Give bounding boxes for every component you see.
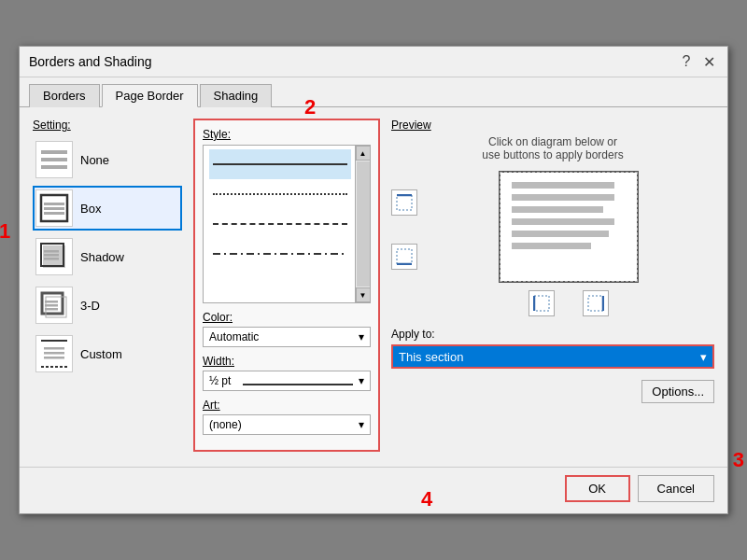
style-line-dotted[interactable] bbox=[209, 179, 351, 209]
svg-rect-0 bbox=[41, 150, 67, 154]
preview-bottom-buttons bbox=[423, 290, 714, 316]
style-line-dashdot[interactable] bbox=[209, 239, 351, 269]
svg-rect-2 bbox=[41, 165, 67, 169]
setting-custom[interactable]: Custom bbox=[33, 331, 182, 376]
svg-rect-24 bbox=[397, 249, 412, 264]
tab-page-border[interactable]: Page Border bbox=[102, 84, 198, 107]
color-dropdown-arrow: ▾ bbox=[359, 330, 364, 343]
setting-name-custom: Custom bbox=[80, 347, 122, 361]
setting-icon-custom bbox=[35, 335, 73, 372]
help-button[interactable]: ? bbox=[677, 52, 696, 71]
preview-left-buttons bbox=[391, 171, 417, 316]
width-section: Width: ½ pt ▾ bbox=[203, 355, 371, 391]
style-line-solid[interactable] bbox=[209, 149, 351, 179]
width-select-row: ½ pt ▾ bbox=[203, 371, 371, 391]
svg-rect-11 bbox=[44, 258, 59, 260]
apply-to-select[interactable]: This section ▾ bbox=[391, 344, 714, 369]
options-button[interactable]: Options... bbox=[641, 380, 714, 403]
svg-rect-20 bbox=[44, 352, 64, 355]
svg-rect-19 bbox=[44, 347, 64, 350]
color-select[interactable]: Automatic ▾ bbox=[203, 327, 371, 347]
bottom-bar: OK Cancel bbox=[20, 467, 727, 513]
style-line-dashed[interactable] bbox=[209, 209, 351, 239]
apply-to-label: Apply to: bbox=[391, 328, 714, 341]
style-label: Style: bbox=[203, 128, 371, 141]
settings-panel: Setting: None bbox=[33, 119, 182, 452]
preview-left-border-btn[interactable] bbox=[529, 290, 555, 316]
svg-rect-9 bbox=[44, 250, 59, 253]
color-select-row: Automatic ▾ bbox=[203, 327, 371, 347]
width-select[interactable]: ½ pt ▾ bbox=[203, 371, 371, 391]
style-list[interactable]: ▲ ▼ bbox=[203, 145, 371, 303]
width-label: Width: bbox=[203, 355, 371, 368]
setting-none[interactable]: None bbox=[33, 137, 182, 182]
svg-rect-5 bbox=[44, 207, 64, 210]
width-dropdown-arrow: ▾ bbox=[359, 374, 364, 387]
annotation-3: 3 bbox=[733, 448, 744, 472]
preview-description: Click on diagram below oruse buttons to … bbox=[391, 135, 714, 161]
preview-label: Preview bbox=[391, 119, 714, 132]
settings-label: Setting: bbox=[33, 119, 182, 132]
tab-shading[interactable]: Shading bbox=[200, 84, 273, 107]
art-section: Art: (none) ▾ bbox=[203, 399, 371, 435]
style-panel: Style: ▲ bbox=[193, 119, 380, 452]
annotation-1: 1 bbox=[0, 219, 10, 244]
art-select[interactable]: (none) ▾ bbox=[203, 414, 371, 435]
svg-rect-14 bbox=[45, 301, 58, 303]
title-controls: ? ✕ bbox=[677, 52, 718, 71]
preview-top-border-btn[interactable] bbox=[391, 189, 417, 216]
svg-rect-10 bbox=[44, 254, 59, 257]
setting-icon-box bbox=[35, 189, 73, 227]
svg-rect-15 bbox=[45, 304, 58, 307]
color-section: Color: Automatic ▾ bbox=[203, 311, 371, 347]
svg-rect-6 bbox=[44, 212, 64, 215]
svg-rect-12 bbox=[42, 293, 63, 314]
setting-3d[interactable]: 3-D bbox=[33, 283, 182, 328]
apply-section: Apply to: This section ▾ Options... bbox=[391, 328, 714, 369]
tab-borders[interactable]: Borders bbox=[29, 84, 100, 107]
scroll-up[interactable]: ▲ bbox=[356, 146, 371, 161]
setting-name-box: Box bbox=[80, 202, 101, 216]
art-select-row: (none) ▾ bbox=[203, 414, 371, 435]
preview-panel: Preview Click on diagram below oruse but… bbox=[391, 119, 714, 452]
style-scrollbar[interactable]: ▲ ▼ bbox=[355, 146, 370, 302]
svg-rect-21 bbox=[44, 357, 64, 359]
scroll-down[interactable]: ▼ bbox=[356, 287, 371, 302]
svg-rect-22 bbox=[397, 195, 412, 210]
svg-rect-4 bbox=[44, 203, 64, 205]
title-bar: Borders and Shading ? ✕ bbox=[20, 47, 727, 77]
apply-to-arrow: ▾ bbox=[700, 350, 707, 364]
art-dropdown-arrow: ▾ bbox=[359, 418, 364, 431]
setting-icon-shadow bbox=[35, 238, 73, 275]
borders-shading-dialog: Borders and Shading ? ✕ Borders Page Bor… bbox=[19, 46, 728, 514]
ok-button[interactable]: OK bbox=[565, 475, 630, 502]
setting-name-3d: 3-D bbox=[80, 299, 100, 313]
tabs-row: Borders Page Border Shading bbox=[20, 77, 727, 107]
setting-shadow[interactable]: Shadow bbox=[33, 234, 182, 279]
preview-area bbox=[391, 171, 714, 316]
svg-rect-28 bbox=[588, 296, 603, 311]
color-label: Color: bbox=[203, 311, 371, 324]
setting-box[interactable]: Box bbox=[33, 186, 182, 231]
preview-bottom-border-btn[interactable] bbox=[391, 244, 417, 270]
content-area: Setting: None bbox=[20, 107, 727, 463]
preview-right-border-btn[interactable] bbox=[583, 290, 609, 316]
art-label: Art: bbox=[203, 399, 371, 412]
svg-rect-16 bbox=[45, 308, 58, 311]
width-line-preview bbox=[243, 384, 353, 385]
setting-name-shadow: Shadow bbox=[80, 250, 124, 264]
dialog-title: Borders and Shading bbox=[29, 54, 152, 69]
cancel-button[interactable]: Cancel bbox=[638, 475, 714, 502]
svg-rect-26 bbox=[534, 296, 549, 311]
setting-name-none: None bbox=[80, 153, 109, 167]
close-button[interactable]: ✕ bbox=[699, 52, 718, 71]
preview-box bbox=[423, 171, 714, 316]
setting-icon-3d bbox=[35, 287, 73, 324]
svg-rect-7 bbox=[43, 245, 65, 268]
setting-icon-none bbox=[35, 141, 73, 178]
svg-rect-1 bbox=[41, 158, 67, 161]
preview-frame[interactable] bbox=[499, 171, 639, 283]
preview-frame-inner bbox=[500, 172, 638, 282]
